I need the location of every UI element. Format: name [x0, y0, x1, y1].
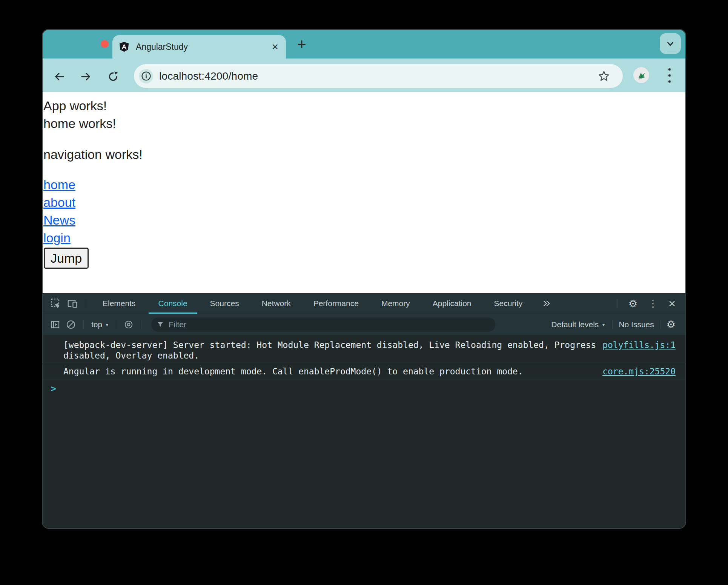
- nav-link-about[interactable]: about: [43, 194, 75, 211]
- site-info-button[interactable]: [139, 69, 153, 83]
- message-text: Angular is running in development mode. …: [63, 366, 599, 377]
- device-toolbar-icon: [67, 298, 78, 309]
- tab-application[interactable]: Application: [421, 293, 483, 314]
- console-sidebar-button[interactable]: [49, 318, 61, 331]
- inspect-cursor-icon: [50, 298, 61, 309]
- prompt-chevron-icon: >: [51, 383, 56, 394]
- jump-button[interactable]: Jump: [44, 248, 89, 269]
- eye-icon: [123, 319, 134, 330]
- console-toolbar: top ▾ Default levels ▾: [43, 314, 685, 335]
- devtools-panel: Elements Console Sources Network Perform…: [43, 293, 685, 528]
- clear-console-button[interactable]: [65, 318, 77, 331]
- tab-elements[interactable]: Elements: [91, 293, 147, 314]
- tab-close-icon[interactable]: ×: [272, 41, 278, 52]
- nav-link-home[interactable]: home: [43, 176, 75, 194]
- console-output: [webpack-dev-server] Server started: Hot…: [43, 335, 685, 528]
- chevron-down-icon: [665, 39, 675, 49]
- console-toolbar-right: Default levels ▾ No Issues ⚙: [550, 319, 685, 330]
- devtools-tabbar: Elements Console Sources Network Perform…: [43, 293, 685, 314]
- origami-dragon-icon: [635, 69, 648, 82]
- devtools-settings-button[interactable]: ⚙: [628, 298, 637, 309]
- inspect-element-button[interactable]: [49, 297, 62, 310]
- page-content: App works! home works! navigation works!…: [43, 92, 685, 293]
- close-window-button[interactable]: [101, 40, 109, 48]
- new-tab-button[interactable]: +: [293, 36, 310, 53]
- browser-menu-button[interactable]: [666, 68, 673, 83]
- browser-menu-icon: [668, 68, 671, 71]
- browser-window: AngularStudy × +: [43, 30, 685, 528]
- reload-button[interactable]: [108, 71, 119, 82]
- live-expression-button[interactable]: [122, 318, 135, 331]
- navigation-works-text: navigation works!: [43, 146, 685, 163]
- home-works-text: home works!: [43, 115, 685, 132]
- divider: [141, 320, 141, 329]
- app-works-text: App works!: [43, 97, 685, 115]
- console-settings-button[interactable]: ⚙: [667, 319, 676, 330]
- divider: [617, 299, 618, 308]
- caret-down-icon: ▾: [106, 322, 108, 328]
- message-text: [webpack-dev-server] Server started: Hot…: [63, 340, 599, 361]
- devtools-tabbar-actions: ⚙ ⋮ ×: [617, 298, 685, 309]
- divider: [83, 320, 84, 329]
- filter-funnel-icon: [157, 321, 164, 328]
- divider: [612, 320, 613, 329]
- message-source-link[interactable]: polyfills.js:1: [602, 340, 676, 350]
- tab-security[interactable]: Security: [482, 293, 534, 314]
- bookmark-star-icon[interactable]: [598, 70, 610, 82]
- clear-icon: [66, 319, 76, 330]
- profile-avatar[interactable]: [633, 67, 649, 83]
- caret-down-icon: ▾: [602, 322, 605, 328]
- divider: [85, 299, 85, 308]
- levels-label: Default levels: [551, 320, 599, 329]
- tab-search-button[interactable]: [660, 33, 681, 54]
- tab-title: AngularStudy: [136, 42, 272, 52]
- nav-link-login[interactable]: login: [43, 229, 71, 247]
- tab-memory[interactable]: Memory: [370, 293, 421, 314]
- tab-console[interactable]: Console: [147, 293, 199, 314]
- info-icon: [141, 71, 151, 81]
- devtools-close-button[interactable]: ×: [668, 298, 676, 309]
- more-tabs-button[interactable]: [534, 299, 559, 308]
- browser-titlebar: AngularStudy × +: [43, 30, 685, 58]
- address-bar[interactable]: localhost:4200/home: [134, 64, 623, 88]
- divider: [660, 320, 660, 329]
- tab-performance[interactable]: Performance: [302, 293, 370, 314]
- console-message: [webpack-dev-server] Server started: Hot…: [43, 338, 685, 364]
- angular-logo-icon: [118, 41, 130, 52]
- device-toolbar-button[interactable]: [66, 297, 79, 310]
- tab-sources[interactable]: Sources: [199, 293, 250, 314]
- url-text: localhost:4200/home: [159, 70, 598, 82]
- console-message: Angular is running in development mode. …: [43, 364, 685, 380]
- context-label: top: [91, 320, 102, 329]
- back-button[interactable]: [54, 71, 65, 82]
- issues-counter[interactable]: No Issues: [619, 320, 654, 329]
- nav-link-news[interactable]: News: [43, 211, 75, 229]
- browser-tab[interactable]: AngularStudy ×: [112, 35, 286, 58]
- forward-button[interactable]: [80, 71, 92, 82]
- divider: [116, 320, 116, 329]
- filter-input[interactable]: [169, 320, 490, 329]
- log-levels-dropdown[interactable]: Default levels ▾: [550, 320, 606, 329]
- devtools-menu-button[interactable]: ⋮: [648, 298, 658, 309]
- browser-toolbar: localhost:4200/home: [43, 58, 685, 92]
- message-source-link[interactable]: core.mjs:25520: [602, 366, 676, 377]
- console-prompt[interactable]: >: [43, 380, 685, 394]
- double-chevron-icon: [542, 299, 551, 308]
- javascript-context-selector[interactable]: top ▾: [90, 320, 110, 329]
- nav-links: home about News login: [43, 176, 685, 247]
- sidebar-toggle-icon: [50, 319, 60, 330]
- tab-network[interactable]: Network: [250, 293, 302, 314]
- console-filter[interactable]: [151, 317, 495, 332]
